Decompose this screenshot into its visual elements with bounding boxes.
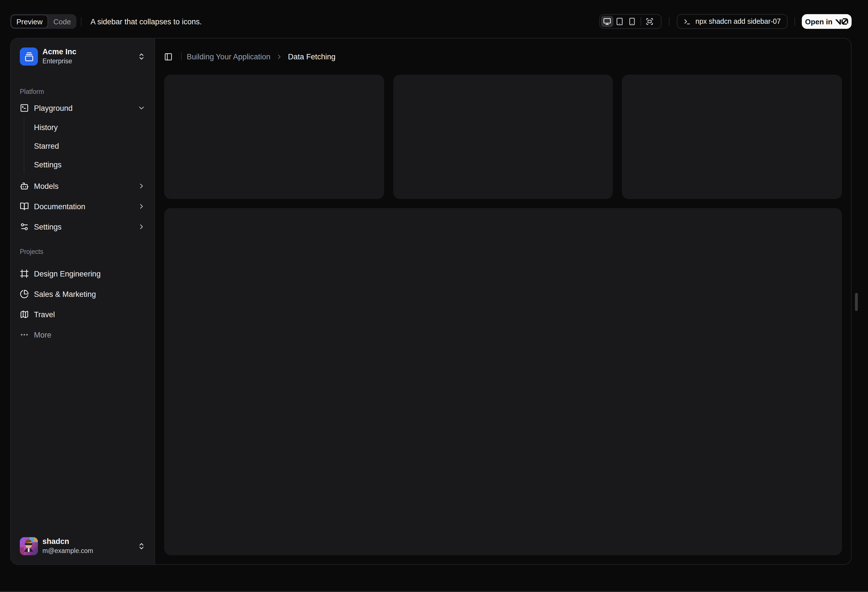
header-divider <box>181 53 182 60</box>
chevron-right-icon <box>137 223 145 231</box>
square-terminal-icon <box>20 103 29 112</box>
sidebar-item-travel[interactable]: Travel <box>15 305 150 323</box>
sidebar-item-more[interactable]: More <box>15 326 150 344</box>
placeholder-card-row <box>164 75 842 199</box>
sidebar-subitem-label: Settings <box>34 160 62 169</box>
team-switcher-button[interactable]: Acme Inc Enterprise <box>15 43 150 70</box>
placeholder-card <box>393 75 613 199</box>
settings-sliders-icon <box>20 222 29 231</box>
next-section-edge <box>0 591 868 592</box>
chevron-right-icon <box>137 182 145 190</box>
block-description: A sidebar that collapses to icons. <box>90 14 202 29</box>
install-command-button[interactable]: npx shadcn add sidebar-07 <box>677 14 788 29</box>
sidebar-subitem-starred[interactable]: Starred <box>30 137 150 155</box>
team-plan: Enterprise <box>43 57 77 66</box>
toolbar-divider <box>794 17 795 26</box>
sidebar-item-label: Settings <box>34 222 62 231</box>
smartphone-icon <box>628 18 636 25</box>
page-scrollbar-thumb[interactable] <box>855 293 858 311</box>
user-menu-button[interactable]: shadcn m@example.com <box>15 533 150 560</box>
map-icon <box>20 310 29 319</box>
install-command-text: npx shadcn add sidebar-07 <box>695 18 781 25</box>
tab-code[interactable]: Code <box>49 15 76 28</box>
tab-preview[interactable]: Preview <box>11 15 49 28</box>
sidebar-group-label-platform: Platform <box>15 85 150 98</box>
sidebar-item-label: Travel <box>34 310 55 319</box>
v0-logo-icon <box>835 18 848 25</box>
pie-chart-icon <box>20 290 29 299</box>
desktop-view-button[interactable] <box>601 16 613 27</box>
toolbar-divider <box>81 17 81 27</box>
device-group-divider <box>641 17 641 26</box>
user-name: shadcn <box>43 538 93 547</box>
placeholder-card <box>164 75 384 199</box>
mobile-view-button[interactable] <box>626 16 638 27</box>
ellipsis-icon <box>20 330 29 339</box>
frame-icon <box>20 269 29 278</box>
sidebar-item-documentation[interactable]: Documentation <box>15 197 150 215</box>
content-area <box>155 75 851 564</box>
chevrons-up-down-icon <box>137 53 145 60</box>
fullscreen-button[interactable] <box>644 16 656 27</box>
fullscreen-icon <box>646 18 654 25</box>
sidebar-item-label: Playground <box>34 104 73 112</box>
panel-left-icon <box>164 52 172 61</box>
breadcrumb: Building Your Application Data Fetching <box>187 52 335 61</box>
sidebar-item-settings[interactable]: Settings <box>15 218 150 236</box>
team-logo <box>20 47 38 66</box>
sidebar-subitem-settings[interactable]: Settings <box>30 156 150 174</box>
gallery-vertical-end-icon <box>24 52 34 61</box>
device-size-toggle-group <box>599 14 661 29</box>
sidebar-item-label: Sales & Marketing <box>34 290 96 298</box>
chevron-down-icon <box>137 104 145 112</box>
chevron-right-icon <box>137 202 145 211</box>
sidebar-item-label: Models <box>34 182 59 190</box>
team-name: Acme Inc <box>43 48 77 57</box>
monitor-icon <box>603 18 611 25</box>
blocks-preview-page: Preview Code A sidebar that collapses to… <box>0 0 868 592</box>
main-content: Building Your Application Data Fetching <box>155 38 851 564</box>
app-sidebar: Acme Inc Enterprise Platform Playground <box>11 38 155 564</box>
chevrons-up-down-icon <box>137 542 145 550</box>
open-in-label: Open in <box>805 17 833 26</box>
sidebar-item-models[interactable]: Models <box>15 177 150 195</box>
playground-submenu: History Starred Settings <box>24 118 150 174</box>
block-preview-frame: Acme Inc Enterprise Platform Playground <box>10 38 852 565</box>
breadcrumb-page: Data Fetching <box>288 52 335 61</box>
placeholder-panel <box>164 208 842 555</box>
sidebar-item-label: Documentation <box>34 202 86 211</box>
sidebar-group-label-projects: Projects <box>15 245 150 258</box>
sidebar-item-sales-marketing[interactable]: Sales & Marketing <box>15 285 150 303</box>
toolbar-divider <box>669 17 669 26</box>
avatar <box>20 537 38 555</box>
main-header: Building Your Application Data Fetching <box>155 38 851 75</box>
bot-icon <box>20 181 29 190</box>
sidebar-toggle-button[interactable] <box>160 49 176 65</box>
sidebar-item-design-engineering[interactable]: Design Engineering <box>15 265 150 283</box>
sidebar-subitem-label: History <box>34 123 58 131</box>
sidebar-item-label: More <box>34 330 52 339</box>
user-email: m@example.com <box>43 547 93 555</box>
view-toggle-group: Preview Code <box>10 14 77 29</box>
sidebar-subitem-label: Starred <box>34 141 59 150</box>
tablet-icon <box>616 18 624 25</box>
terminal-icon <box>683 18 691 25</box>
sidebar-item-label: Design Engineering <box>34 269 101 278</box>
breadcrumb-section[interactable]: Building Your Application <box>187 52 270 61</box>
book-open-icon <box>20 202 29 211</box>
sidebar-item-playground[interactable]: Playground <box>15 99 150 117</box>
open-in-v0-button[interactable]: Open in <box>802 14 852 29</box>
sidebar-subitem-history[interactable]: History <box>30 118 150 136</box>
breadcrumb-chevron-icon <box>276 53 283 60</box>
tablet-view-button[interactable] <box>613 16 626 27</box>
placeholder-card <box>622 75 842 199</box>
